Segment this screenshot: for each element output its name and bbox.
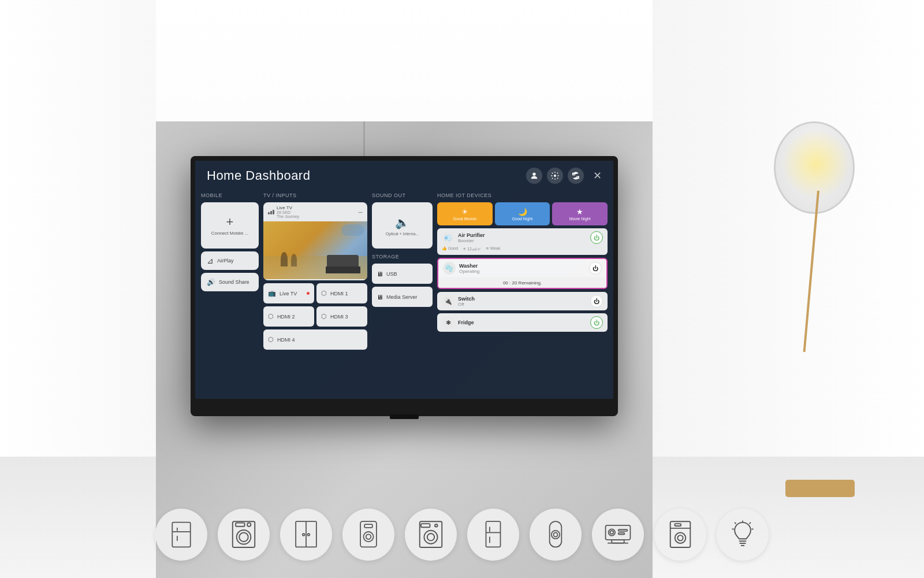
hdmi3-label: HDMI 3 (330, 314, 348, 320)
fridge-power-button[interactable]: ⏻ (590, 316, 603, 329)
air-purifier-sub: Booster (458, 238, 485, 243)
good-night-scene[interactable]: 🌙 Good Night (495, 202, 550, 225)
live-tv-card-large[interactable]: Live TV 28 SKD The Journey − (263, 202, 367, 280)
air-purifier-card[interactable]: 💨 Air Purifier Booster ⏻ 👍 Good ☀ 12㎍/㎥ … (437, 228, 608, 255)
svg-rect-10 (236, 523, 244, 527)
movie-night-scene[interactable]: ★ Movie Night (552, 202, 608, 225)
connect-mobile-card[interactable]: + Connect Mobile ... (201, 202, 259, 249)
bottom-icon-fridge[interactable] (155, 509, 207, 561)
usb-label: USB (386, 271, 397, 277)
thumbnail-sky-clouds (341, 224, 364, 236)
sound-share-card[interactable]: 🔊 Sound Share (201, 273, 259, 291)
air-purifier-status: 👍 Good ☀ 12㎍/㎥ ≋ Weak (442, 246, 603, 252)
dashboard-close-button[interactable]: ✕ (593, 169, 602, 182)
washer-card[interactable]: 🫧 Washer Operating ⏻ 00 : 20 Remaining. (437, 258, 608, 289)
bottom-icon-speaker[interactable] (342, 509, 394, 561)
thumbnail-person-1 (281, 252, 288, 266)
hdmi1-label: HDMI 1 (330, 291, 348, 297)
svg-point-14 (308, 533, 310, 536)
svg-point-9 (247, 523, 251, 527)
bottom-icon-washer[interactable] (218, 509, 270, 561)
fridge-card[interactable]: ❄ Fridge ⏻ (437, 313, 608, 332)
hdmi-icon-2: ⬡ (268, 313, 274, 320)
speaker-icon: 🔈 (395, 216, 409, 229)
fridge-icon: ❄ (442, 316, 454, 329)
good-morning-scene[interactable]: ☀ Good Mornin (437, 202, 493, 225)
svg-point-13 (303, 533, 305, 536)
air-quality-pm: ☀ 12㎍/㎥ (463, 246, 481, 252)
floor-lamp (762, 121, 878, 497)
washer-sub: Operating (459, 269, 479, 274)
svg-point-17 (366, 534, 371, 539)
hdmi4-card[interactable]: ⬡ HDMI 4 (263, 329, 367, 350)
svg-point-16 (363, 532, 373, 542)
washer-info: Washer Operating (459, 263, 479, 274)
live-tv-small-label: Live TV (280, 291, 297, 297)
sound-out-column: Sound Out 🔈 Optical + Interna... Storage… (372, 192, 433, 396)
signal-bar-3 (273, 210, 274, 214)
svg-line-50 (750, 523, 751, 524)
airplay-icon: ⊿ (207, 256, 214, 265)
svg-point-8 (239, 533, 248, 542)
bottom-icon-air-purifier[interactable] (530, 509, 582, 561)
usb-icon: 🖥 (377, 271, 383, 277)
switch-power-button[interactable]: ⏻ (590, 295, 603, 307)
sound-out-card[interactable]: 🔈 Optical + Interna... (372, 202, 433, 249)
floor-lamp-base (785, 480, 855, 497)
airplay-card[interactable]: ⊿ AirPlay (201, 251, 259, 270)
live-tv-minus-icon[interactable]: − (358, 208, 363, 217)
svg-rect-2 (172, 523, 190, 547)
input-cards-row-1: 📺 Live TV ⬡ HDMI 1 (263, 283, 367, 303)
washer-header: 🫧 Washer Operating ⏻ (438, 259, 606, 277)
svg-point-35 (610, 531, 613, 534)
hdmi2-card[interactable]: ⬡ HDMI 2 (263, 306, 314, 327)
air-purifier-power-button[interactable]: ⏻ (590, 231, 603, 244)
tv-icon: 📺 (268, 290, 276, 297)
refresh-icon-button[interactable] (568, 168, 584, 184)
dashboard-header: Home Dashboard ✕ (207, 168, 602, 184)
home-iot-label: Home IoT Devices (437, 192, 608, 198)
air-purifier-name: Air Purifier (458, 232, 485, 238)
mobile-column-label: Mobile (201, 192, 259, 198)
connect-mobile-label: Connect Mobile ... (211, 231, 248, 236)
air-quality-good: 👍 Good (442, 246, 458, 252)
bottom-icon-washing-machine-2[interactable] (405, 509, 457, 561)
media-server-card[interactable]: 🖥 Media Server (372, 287, 433, 307)
tv-frame: Home Dashboard ✕ (191, 156, 618, 416)
input-cards-row-2: ⬡ HDMI 2 ⬡ HDMI 3 (263, 306, 367, 327)
hdmi-icon-4: ⬡ (268, 336, 274, 343)
fridge-name: Fridge (458, 320, 474, 325)
home-iot-column: Home IoT Devices ☀ Good Mornin 🌙 Good Ni… (437, 192, 608, 396)
good-morning-label: Good Mornin (453, 217, 476, 221)
switch-icon: 🔌 (442, 295, 454, 307)
account-icon-button[interactable] (526, 168, 542, 184)
media-server-label: Media Server (386, 294, 418, 300)
sound-out-label: Sound Out (372, 192, 433, 198)
washer-power-button[interactable]: ⏻ (589, 262, 602, 275)
air-purifier-header: 💨 Air Purifier Booster ⏻ (442, 231, 603, 244)
airplay-label: AirPlay (217, 258, 234, 264)
bottom-icon-tall-fridge[interactable] (467, 509, 519, 561)
hdmi1-card[interactable]: ⬡ HDMI 1 (316, 283, 367, 303)
bottom-icon-lightbulb[interactable] (717, 509, 769, 561)
hdmi3-card[interactable]: ⬡ HDMI 3 (316, 306, 367, 327)
svg-point-34 (609, 529, 615, 535)
live-tv-channel: Live TV (277, 205, 299, 210)
usb-card[interactable]: 🖥 USB (372, 264, 433, 284)
svg-rect-36 (619, 529, 628, 531)
bottom-icon-wardrobe[interactable] (280, 509, 332, 561)
mobile-column: Mobile + Connect Mobile ... ⊿ AirPlay 🔊 … (201, 192, 259, 396)
switch-card[interactable]: 🔌 Switch Off ⏻ (437, 292, 608, 310)
good-night-label: Good Night (512, 217, 532, 221)
bottom-icon-dishwasher[interactable] (654, 509, 706, 561)
thumbnail-jeep-base (326, 266, 360, 273)
svg-point-41 (677, 535, 683, 540)
tv-screen: Home Dashboard ✕ (195, 161, 613, 399)
svg-rect-37 (619, 533, 625, 535)
dashboard-header-icons: ✕ (526, 168, 602, 184)
live-tv-small-card[interactable]: 📺 Live TV (263, 283, 314, 303)
movie-night-label: Movie Night (569, 217, 591, 221)
dashboard-title: Home Dashboard (207, 168, 310, 183)
settings-icon-button[interactable] (547, 168, 563, 184)
bottom-icon-projector[interactable] (592, 509, 644, 561)
